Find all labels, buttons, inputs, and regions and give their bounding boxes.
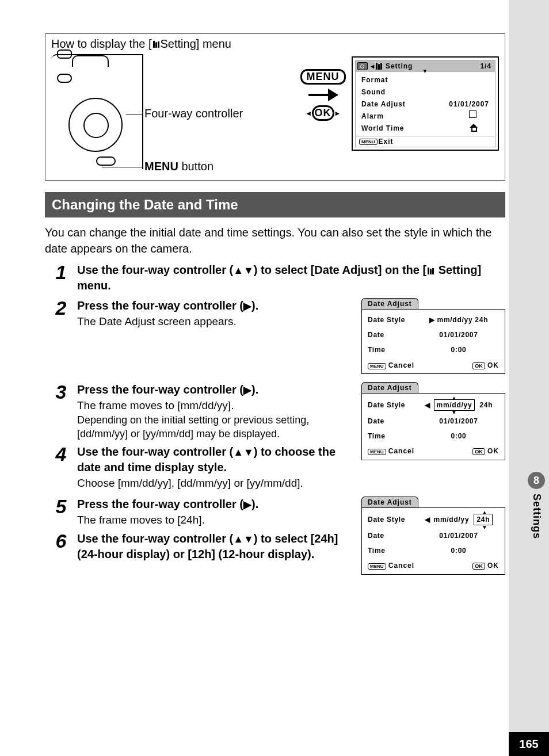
checkbox-icon	[469, 110, 476, 118]
step3-text-end: ).	[251, 383, 258, 396]
ok-button-icon: ◂ OK ▸	[307, 105, 340, 121]
lcd-setting-screen: ◂ Setting 1/4 ▼ Format Sound Date Adjust…	[352, 56, 499, 151]
ok-button-label: OK	[472, 563, 485, 570]
content: How to display the [ Setting] menu Four-…	[45, 33, 505, 576]
side-tab: 8 Settings	[524, 472, 549, 539]
row-date[interactable]: Date 01/01/2007	[368, 417, 499, 426]
lcd-date-adjust-2: Date Adjust Date Style ◀ ▲ mm/dd/yy	[361, 382, 505, 460]
four-way-label: Four-way controller	[144, 107, 243, 120]
lcd-title: Setting	[386, 62, 413, 70]
up-arrow-icon: ▲	[451, 394, 458, 402]
camera-illustration	[51, 54, 143, 169]
cancel-label: Cancel	[388, 562, 414, 570]
row-date-style[interactable]: Date Style ▶mm/dd/yy 24h	[368, 315, 499, 324]
right-arrow-icon: ▶	[243, 299, 251, 313]
home-icon	[470, 124, 478, 131]
section-heading: Changing the Date and Time	[45, 192, 505, 217]
up-down-arrow-icon: ▲▼	[233, 264, 254, 277]
down-arrow-icon: ▼	[451, 408, 458, 417]
tab-gutter	[509, 0, 549, 756]
cursor-date-format[interactable]: ▲ mm/dd/yy ▼	[434, 399, 475, 411]
ok-label: OK	[487, 562, 499, 570]
menu-item-alarm[interactable]: Alarm	[361, 110, 489, 123]
menu-button-label: MENU	[368, 449, 386, 455]
arrow-right-icon	[308, 94, 337, 96]
lcd-list: Format Sound Date Adjust01/01/2007 Alarm…	[356, 72, 495, 136]
row-time[interactable]: Time 0:00	[368, 345, 499, 354]
ok-label: OK	[487, 447, 499, 455]
menu-box-icon: MENU	[300, 69, 346, 85]
cancel-label: Cancel	[388, 361, 414, 369]
camera-mode-icon	[357, 62, 368, 70]
step-number: 5	[45, 497, 77, 516]
up-down-arrow-icon: ▲▼	[233, 532, 254, 546]
right-arrow-icon: ▶	[243, 498, 251, 511]
row-date-style[interactable]: Date Style ◀ ▲ mm/dd/yy ▼	[368, 399, 499, 411]
howto-inner: Four-way controller MENU button MENU ◂ O…	[51, 54, 499, 169]
lcd-tab: Date Adjust	[361, 298, 418, 309]
row-time[interactable]: Time 0:00	[368, 546, 499, 555]
lcd-topbar: ◂ Setting 1/4 ▼	[356, 60, 495, 72]
step3-desc2: Depending on the initial setting or prev…	[77, 414, 351, 441]
page: 8 Settings 165 How to display the [ Sett…	[0, 0, 549, 756]
chapter-number: 8	[528, 472, 545, 489]
step-number: 1	[45, 262, 77, 282]
intro-text: You can change the initial date and time…	[45, 224, 505, 257]
step4-desc: Choose [mm/dd/yy], [dd/mm/yy] or [yy/mm/…	[77, 476, 351, 491]
menu-button-icon	[96, 156, 116, 166]
howto-title-pre: How to display the [	[51, 37, 152, 51]
step1-text-a: Use the four-way controller (	[77, 264, 233, 276]
mid-column: MENU ◂ OK ▸	[300, 69, 346, 121]
step2-text-end: ).	[251, 299, 258, 312]
step-number: 3	[45, 382, 77, 402]
menu-item-sound[interactable]: Sound	[361, 86, 489, 98]
step-2: 2 Press the four-way controller (▶). The…	[45, 298, 505, 374]
menu-button-label: MENU	[368, 563, 386, 570]
row-date[interactable]: Date 01/01/2007	[368, 330, 499, 339]
step5-text-end: ).	[251, 498, 258, 510]
step5-desc: The frame moves to [24h].	[77, 513, 351, 528]
cancel-label: Cancel	[388, 447, 414, 455]
menu-button-label: MENU	[359, 139, 378, 145]
down-arrow-icon: ▼	[482, 524, 488, 532]
step-number: 2	[45, 298, 77, 318]
ok-label: OK	[487, 361, 499, 369]
page-number: 165	[509, 732, 549, 756]
step3-desc1: The frame moves to [mm/dd/yy].	[77, 399, 351, 413]
ok-button-label: OK	[472, 362, 485, 369]
steps: 1 Use the four-way controller (▲▼) to se…	[45, 262, 505, 575]
step4-text-a: Use the four-way controller (	[77, 445, 233, 458]
cursor-hour-format[interactable]: ▲ 24h ▼	[474, 514, 493, 525]
exit-label: Exit	[379, 138, 394, 146]
step5-text: Press the four-way controller (	[77, 498, 243, 510]
menu-suffix: button	[178, 160, 214, 173]
row-date-style[interactable]: Date Style ◀ mm/dd/yy ▲ 24h ▼	[368, 514, 499, 525]
step6-text-a: Use the four-way controller (	[77, 532, 233, 545]
chapter-label: Settings	[531, 494, 543, 539]
step2-text: Press the four-way controller (	[77, 299, 243, 312]
step-3: 3 Press the four-way controller (▶). The…	[45, 382, 505, 491]
menu-item-date-adjust[interactable]: Date Adjust01/01/2007	[361, 98, 489, 110]
menu-item-format[interactable]: Format	[361, 74, 489, 86]
settings-icon	[153, 41, 159, 48]
camera-labels: Four-way controller MENU button	[149, 54, 294, 169]
lcd-page: 1/4	[480, 62, 491, 70]
howto-box: How to display the [ Setting] menu Four-…	[45, 33, 505, 181]
lcd-date-adjust-3: Date Adjust Date Style ◀ mm/dd/yy ▲	[361, 497, 505, 575]
up-arrow-icon: ▲	[482, 509, 488, 517]
menu-bold: MENU	[144, 160, 178, 173]
down-arrow-icon: ▼	[422, 68, 429, 74]
four-way-pad-icon	[68, 98, 123, 152]
step2-desc: The Date Adjust screen appears.	[77, 315, 351, 329]
menu-button-label: MENU	[368, 363, 386, 369]
step-5: 5 Press the four-way controller (▶). The…	[45, 497, 505, 575]
step3-text: Press the four-way controller (	[77, 383, 243, 396]
row-time[interactable]: Time 0:00	[368, 432, 499, 441]
lcd-date-adjust-1: Date Adjust Date Style ▶mm/dd/yy 24h Dat…	[361, 298, 505, 374]
row-date[interactable]: Date 01/01/2007	[368, 531, 499, 540]
lcd-exitbar: MENU Exit	[356, 136, 495, 147]
lcd-tab: Date Adjust	[361, 382, 418, 393]
up-down-arrow-icon: ▲▼	[233, 445, 254, 459]
menu-item-world-time[interactable]: World Time	[361, 123, 489, 135]
menu-button-label: MENU button	[144, 160, 214, 173]
